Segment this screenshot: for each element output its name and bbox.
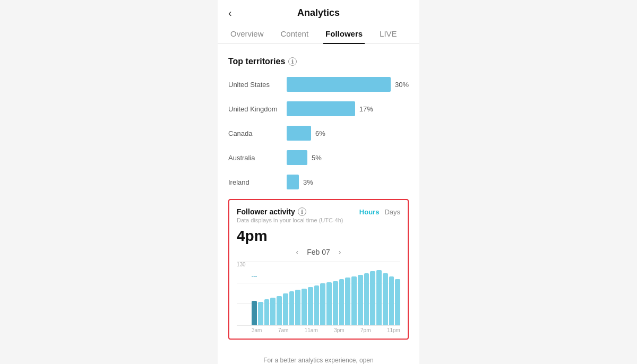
chart-bar-19 — [370, 271, 375, 325]
tab-overview[interactable]: Overview — [228, 24, 266, 44]
bar-fill-ie — [287, 175, 299, 189]
top-territories-title: Top territories ℹ — [228, 57, 409, 66]
bar-label-us: United States — [228, 81, 287, 89]
x-label-3pm: 3pm — [334, 327, 344, 333]
bar-track-ca: 6% — [287, 126, 409, 141]
activity-subtitle: Data displays in your local time (UTC-4h… — [237, 217, 400, 223]
bar-row-uk: United Kingdom 17% — [228, 101, 409, 116]
chart-bar-4 — [277, 296, 282, 325]
bar-fill-ca — [287, 126, 311, 141]
bar-fill-uk — [287, 101, 355, 116]
bar-label-ie: Ireland — [228, 178, 287, 186]
bar-fill-au — [287, 150, 307, 165]
tab-followers[interactable]: Followers — [323, 24, 365, 44]
date-nav: ‹ Feb 07 › — [237, 248, 400, 256]
chart-bar-23 — [395, 279, 400, 325]
bar-track-us: 30% — [287, 77, 409, 92]
bar-track-uk: 17% — [287, 101, 409, 116]
chart-bar-8 — [302, 289, 307, 325]
chart-bar-0 — [252, 301, 257, 325]
tab-bar: Overview Content Followers LIVE — [218, 24, 419, 44]
bar-label-au: Australia — [228, 154, 287, 162]
chart-bar-20 — [376, 270, 382, 325]
bar-pct-us: 30% — [395, 81, 409, 89]
chart-bar-21 — [383, 273, 388, 325]
footer-text: For a better analytics experience, open — [263, 357, 373, 364]
chart-bar-18 — [364, 273, 369, 325]
header: ‹ Analytics — [218, 0, 419, 24]
chart-bar-2 — [264, 299, 270, 325]
x-label-11pm: 11pm — [387, 327, 400, 333]
info-icon[interactable]: ℹ — [288, 57, 297, 66]
territories-chart: United States 30% United Kingdom 17% Can… — [228, 77, 409, 189]
bar-row-au: Australia 5% — [228, 150, 409, 165]
chart-bar-17 — [358, 275, 363, 325]
chart-bar-22 — [389, 276, 394, 325]
bar-label-ca: Canada — [228, 129, 287, 137]
tab-live[interactable]: LIVE — [377, 24, 399, 44]
chart-bar-5 — [283, 293, 288, 325]
main-content: Top territories ℹ United States 30% Unit… — [218, 44, 419, 356]
date-next-button[interactable]: › — [339, 248, 341, 256]
chart-bar-11 — [320, 283, 325, 325]
page-title: Analytics — [297, 7, 340, 19]
activity-chart: 130 — [237, 262, 400, 325]
tab-content[interactable]: Content — [279, 24, 311, 44]
chart-bar-14 — [339, 279, 345, 325]
toggle-hours-button[interactable]: Hours — [359, 208, 380, 216]
bar-fill-us — [287, 77, 391, 92]
chart-bar-13 — [333, 281, 338, 325]
x-label-3am: 3am — [252, 327, 262, 333]
chart-bar-6 — [289, 291, 295, 325]
bar-label-uk: United Kingdom — [228, 105, 287, 113]
date-prev-button[interactable]: ‹ — [296, 248, 299, 256]
chart-bar-10 — [314, 285, 320, 325]
bar-pct-ca: 6% — [315, 129, 325, 137]
activity-time: 4pm — [237, 228, 400, 245]
bar-row-ca: Canada 6% — [228, 126, 409, 141]
chart-bar-9 — [308, 287, 313, 325]
grid-line-top — [237, 262, 400, 262]
toggle-days-button[interactable]: Days — [384, 208, 400, 216]
bar-pct-ie: 3% — [303, 178, 313, 186]
x-axis-labels: 3am 7am 11am 3pm 7pm 11pm — [237, 327, 400, 333]
bar-pct-uk: 17% — [359, 105, 373, 113]
activity-toggle: Hours Days — [359, 208, 400, 216]
bar-row-us: United States 30% — [228, 77, 409, 92]
bar-row-ie: Ireland 3% — [228, 175, 409, 189]
y-axis-label: 130 — [237, 262, 246, 267]
bar-track-au: 5% — [287, 150, 409, 165]
activity-title: Follower activity ℹ — [237, 207, 306, 216]
chart-bar-7 — [295, 290, 300, 325]
chart-bar-3 — [270, 298, 276, 325]
bars-container — [252, 270, 400, 325]
bar-pct-au: 5% — [312, 154, 322, 162]
activity-header: Follower activity ℹ Hours Days — [237, 207, 400, 216]
phone-container: ‹ Analytics Overview Content Followers L… — [218, 0, 419, 364]
chart-bar-16 — [351, 276, 357, 325]
x-label-11am: 11am — [305, 327, 318, 333]
chart-bar-1 — [258, 302, 263, 325]
activity-info-icon[interactable]: ℹ — [298, 207, 306, 216]
follower-activity-box: Follower activity ℹ Hours Days Data disp… — [228, 199, 409, 340]
chart-bar-12 — [326, 282, 332, 325]
date-label: Feb 07 — [307, 248, 330, 256]
back-button[interactable]: ‹ — [228, 7, 232, 19]
bar-track-ie: 3% — [287, 175, 409, 189]
x-label-7pm: 7pm — [360, 327, 371, 333]
footer-note: For a better analytics experience, open … — [218, 356, 419, 364]
x-label-7am: 7am — [278, 327, 288, 333]
chart-bar-15 — [345, 278, 350, 325]
grid-line-bottom — [237, 325, 400, 326]
